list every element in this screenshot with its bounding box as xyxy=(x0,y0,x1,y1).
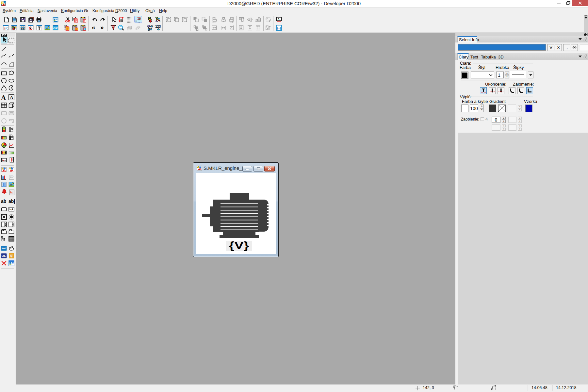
svg-text:a: a xyxy=(278,17,280,21)
svg-text:!x: !x xyxy=(10,191,13,194)
svg-text:SWT: SWT xyxy=(1,247,7,250)
svg-text:{..}: {..} xyxy=(277,26,281,30)
svg-text:CNF: CNF xyxy=(53,27,58,30)
svg-text:A: A xyxy=(10,95,13,100)
svg-text:5: 5 xyxy=(10,254,12,258)
svg-text:123: 123 xyxy=(155,25,161,28)
svg-text:XY: XY xyxy=(10,175,13,177)
svg-text:XY: XY xyxy=(10,229,12,231)
svg-text:2: 2 xyxy=(159,20,161,23)
svg-text:A: A xyxy=(11,207,14,211)
svg-text:URL: URL xyxy=(2,255,6,257)
